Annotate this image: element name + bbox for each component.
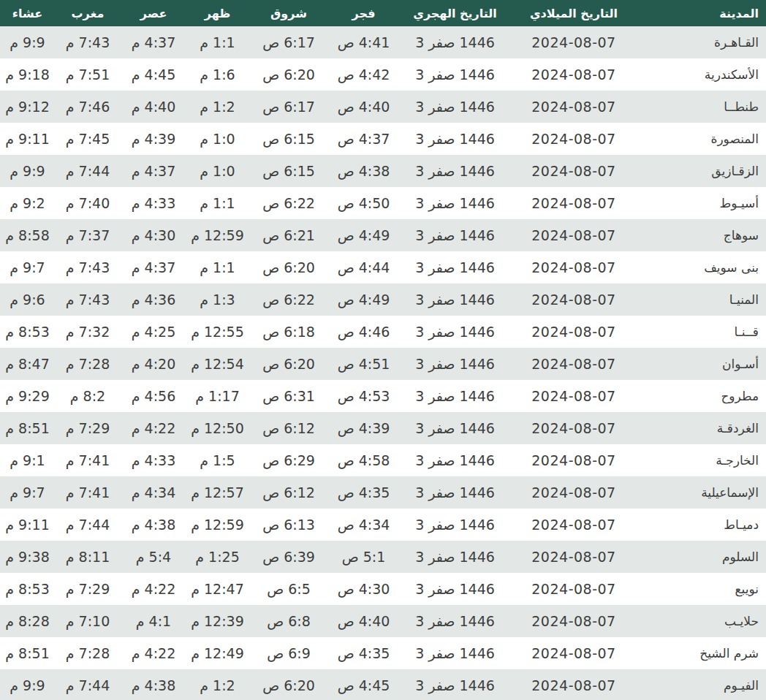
cell-maghrib: 7:40 م: [55, 187, 121, 219]
hijri-date: 3صفر1446: [403, 549, 507, 565]
cell-isha: 9:6 م: [0, 284, 55, 316]
cell-hijri: 3صفر1446: [398, 541, 512, 573]
cell-fajr: 4:42 ص: [329, 58, 398, 91]
hijri-day: 3: [415, 163, 424, 179]
table-row: المنصورة2024-08-073صفر14464:37 ص6:15 ص1:…: [0, 123, 766, 155]
hijri-year: 1446: [459, 677, 494, 693]
cell-maghrib: 8:11 م: [55, 541, 121, 573]
hijri-day: 3: [415, 549, 424, 565]
hijri-month: صفر: [428, 613, 455, 629]
hijri-day: 3: [415, 645, 424, 661]
cell-asr: 4:25 م: [121, 316, 186, 348]
hijri-day: 3: [415, 66, 424, 83]
cell-fajr: 4:53 ص: [329, 380, 398, 412]
cell-fajr: 4:44 ص: [329, 251, 398, 284]
cell-asr: 4:20 م: [121, 348, 186, 380]
cell-isha: 8:47 م: [0, 348, 55, 380]
cell-isha: 9:7 م: [0, 251, 55, 284]
cell-city: الفيـوم: [636, 669, 766, 700]
cell-isha: 9:11 م: [0, 123, 55, 155]
hijri-day: 3: [415, 227, 424, 243]
column-header-fajr: فجر: [329, 0, 398, 26]
cell-dhuhr: 1:2 م: [186, 91, 249, 123]
cell-asr: 5:4 م: [121, 541, 186, 573]
cell-asr: 4:38 م: [121, 509, 186, 541]
table-row: حلايـب2024-08-073صفر14464:40 ص6:8 ص12:39…: [0, 605, 766, 637]
hijri-month: صفر: [428, 34, 455, 50]
hijri-year: 1446: [459, 484, 494, 501]
cell-city: طنطــا: [636, 91, 766, 123]
cell-shuruq: 6:8 ص: [249, 605, 329, 637]
cell-shuruq: 6:17 ص: [249, 26, 329, 58]
cell-fajr: 4:35 ص: [329, 637, 398, 669]
cell-fajr: 4:34 ص: [329, 509, 398, 541]
cell-city: سوهاج: [636, 219, 766, 251]
cell-gregorian: 2024-08-07: [512, 605, 636, 637]
cell-gregorian: 2024-08-07: [512, 444, 636, 476]
hijri-date: 3صفر1446: [403, 131, 507, 147]
cell-city: بنى سويف: [636, 251, 766, 284]
hijri-date: 3صفر1446: [403, 645, 507, 661]
cell-dhuhr: 1:0 م: [186, 123, 249, 155]
table-row: قــنـا2024-08-073صفر14464:46 ص6:18 ص12:5…: [0, 316, 766, 348]
cell-asr: 4:34 م: [121, 476, 186, 509]
cell-fajr: 4:35 ص: [329, 476, 398, 509]
hijri-month: صفر: [428, 517, 455, 533]
hijri-date: 3صفر1446: [403, 517, 507, 533]
cell-city: القـاهـرة: [636, 26, 766, 58]
hijri-date: 3صفر1446: [403, 613, 507, 629]
cell-hijri: 3صفر1446: [398, 444, 512, 476]
cell-maghrib: 7:43 م: [55, 284, 121, 316]
cell-hijri: 3صفر1446: [398, 316, 512, 348]
cell-dhuhr: 12:39 م: [186, 605, 249, 637]
table-row: المنيـا2024-08-073صفر14464:49 ص6:22 ص1:3…: [0, 284, 766, 316]
hijri-date: 3صفر1446: [403, 99, 507, 115]
cell-gregorian: 2024-08-07: [512, 26, 636, 58]
column-header-isha: عشاء: [0, 0, 55, 26]
cell-fajr: 4:40 ص: [329, 605, 398, 637]
hijri-year: 1446: [459, 324, 494, 340]
table-row: أسيـوط2024-08-073صفر14464:50 ص6:22 ص1:1 …: [0, 187, 766, 219]
cell-dhuhr: 1:0 م: [186, 155, 249, 187]
cell-isha: 8:51 م: [0, 412, 55, 444]
cell-shuruq: 6:18 ص: [249, 316, 329, 348]
cell-fajr: 4:58 ص: [329, 444, 398, 476]
hijri-year: 1446: [459, 420, 494, 436]
cell-maghrib: 7:32 م: [55, 316, 121, 348]
hijri-month: صفر: [428, 420, 455, 436]
cell-gregorian: 2024-08-07: [512, 155, 636, 187]
cell-isha: 9:29 م: [0, 380, 55, 412]
cell-city: حلايـب: [636, 605, 766, 637]
cell-city: مطروح: [636, 380, 766, 412]
hijri-month: صفر: [428, 163, 455, 179]
cell-shuruq: 6:20 ص: [249, 251, 329, 284]
cell-maghrib: 7:10 م: [55, 605, 121, 637]
hijri-date: 3صفر1446: [403, 66, 507, 83]
cell-hijri: 3صفر1446: [398, 348, 512, 380]
column-header-hijri: التاريخ الهجري: [398, 0, 512, 26]
cell-asr: 4:40 م: [121, 91, 186, 123]
cell-shuruq: 6:5 ص: [249, 573, 329, 605]
cell-maghrib: 7:44 م: [55, 155, 121, 187]
cell-hijri: 3صفر1446: [398, 380, 512, 412]
cell-asr: 4:1 م: [121, 605, 186, 637]
hijri-year: 1446: [459, 452, 494, 468]
table-row: السلوم2024-08-073صفر14465:1 ص6:39 ص1:25 …: [0, 541, 766, 573]
cell-city: الغردقـة: [636, 412, 766, 444]
cell-shuruq: 6:15 ص: [249, 155, 329, 187]
cell-gregorian: 2024-08-07: [512, 219, 636, 251]
hijri-date: 3صفر1446: [403, 34, 507, 50]
hijri-month: صفر: [428, 292, 455, 308]
table-row: دميـاط2024-08-073صفر14464:34 ص6:13 ص12:5…: [0, 509, 766, 541]
table-row: الغردقـة2024-08-073صفر14464:39 ص6:12 ص12…: [0, 412, 766, 444]
cell-hijri: 3صفر1446: [398, 91, 512, 123]
cell-isha: 9:9 م: [0, 26, 55, 58]
cell-fajr: 4:45 ص: [329, 669, 398, 700]
cell-asr: 4:56 م: [121, 380, 186, 412]
cell-hijri: 3صفر1446: [398, 605, 512, 637]
cell-gregorian: 2024-08-07: [512, 669, 636, 700]
cell-shuruq: 6:22 ص: [249, 187, 329, 219]
hijri-year: 1446: [459, 99, 494, 115]
table-row: الأسكندرية2024-08-073صفر14464:42 ص6:20 ص…: [0, 58, 766, 91]
cell-hijri: 3صفر1446: [398, 123, 512, 155]
